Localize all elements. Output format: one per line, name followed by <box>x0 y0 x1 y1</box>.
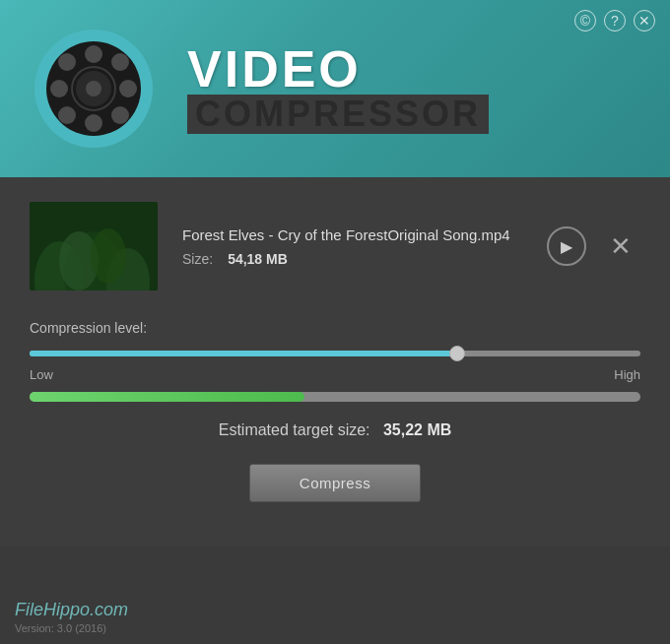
compress-button[interactable]: Compress <box>249 464 421 502</box>
estimated-size: Estimated target size: 35,22 MB <box>30 421 640 439</box>
svg-point-5 <box>85 114 102 132</box>
high-label: High <box>614 367 640 382</box>
svg-point-4 <box>85 45 102 63</box>
app-title: VIDEO COMPRESSOR <box>187 43 489 134</box>
size-value: 54,18 MB <box>228 251 288 267</box>
svg-point-7 <box>119 80 137 97</box>
video-thumbnail: Forest... <box>30 202 158 290</box>
window-controls: © ? ✕ <box>574 10 655 32</box>
version-text: Version: 3.0 (2016) <box>15 622 128 634</box>
svg-point-11 <box>58 106 76 124</box>
size-label: Size: <box>182 251 213 267</box>
svg-rect-19 <box>30 202 158 290</box>
compress-btn-container: Compress <box>30 464 640 502</box>
slider-fill <box>30 351 457 356</box>
svg-point-9 <box>111 106 129 124</box>
info-button[interactable]: © <box>574 10 596 32</box>
app-header: © ? ✕ VIDEO COMPRESSOR <box>0 0 670 177</box>
slider-thumb[interactable] <box>449 346 465 361</box>
file-actions: ▶ ✕ <box>547 226 640 266</box>
remove-button[interactable]: ✕ <box>601 226 640 266</box>
app-logo <box>30 25 158 153</box>
svg-point-3 <box>86 81 101 97</box>
close-button[interactable]: ✕ <box>634 10 655 32</box>
brand-prefix: File <box>15 600 43 619</box>
title-compressor: COMPRESSOR <box>187 95 489 134</box>
estimated-value: 35,22 MB <box>383 421 451 438</box>
svg-point-8 <box>58 53 76 71</box>
help-button[interactable]: ? <box>604 10 626 32</box>
compression-section: Compression level: Low High <box>30 320 640 402</box>
brand-suffix: Hippo.com <box>43 600 128 619</box>
slider-container <box>30 346 640 361</box>
estimated-label: Estimated target size: <box>219 421 370 438</box>
main-content: Forest... Forest Elves - Cry of the Fore… <box>0 177 670 547</box>
play-button[interactable]: ▶ <box>547 226 586 266</box>
file-details: Forest Elves - Cry of the ForestOriginal… <box>182 226 547 267</box>
svg-point-10 <box>111 53 129 71</box>
file-name: Forest Elves - Cry of the ForestOriginal… <box>182 226 547 243</box>
slider-labels: Low High <box>30 367 640 382</box>
file-size-row: Size: 54,18 MB <box>182 251 547 267</box>
brand-logo: FileHippo.com <box>15 600 128 620</box>
svg-point-6 <box>50 80 68 97</box>
green-bar-fill <box>30 392 304 402</box>
green-bar-container <box>30 392 640 402</box>
compression-label: Compression level: <box>30 320 640 336</box>
footer: FileHippo.com Version: 3.0 (2016) <box>15 600 128 634</box>
low-label: Low <box>30 367 53 382</box>
title-video: VIDEO <box>187 43 489 95</box>
file-info-row: Forest... Forest Elves - Cry of the Fore… <box>30 202 640 290</box>
